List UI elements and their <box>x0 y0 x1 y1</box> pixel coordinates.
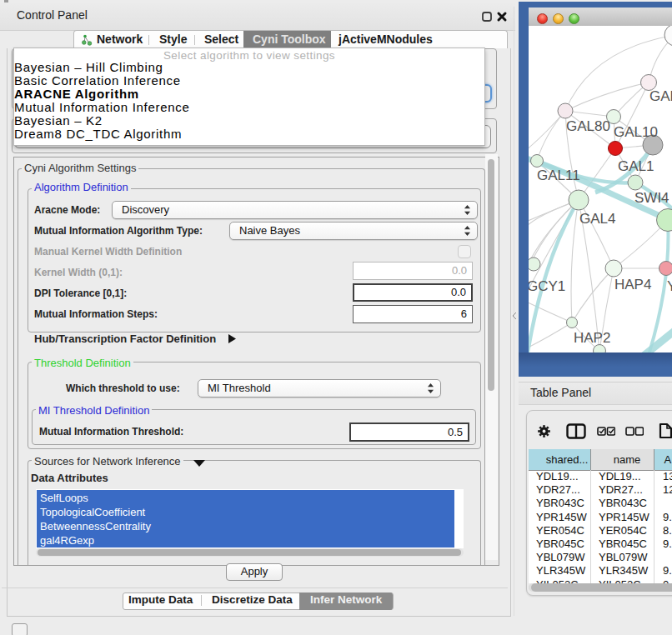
svg-text:HAP4: HAP4 <box>614 277 651 292</box>
svg-text:GAL: GAL <box>649 88 672 104</box>
svg-text:GAL1: GAL1 <box>618 158 654 174</box>
svg-text:GAL80: GAL80 <box>566 118 610 134</box>
svg-text:GAL4: GAL4 <box>579 211 615 227</box>
svg-text:Y: Y <box>667 278 672 294</box>
svg-text:GAL10: GAL10 <box>614 124 658 140</box>
svg-text:HAP2: HAP2 <box>574 330 610 346</box>
svg-text:GCY1: GCY1 <box>529 278 565 294</box>
svg-text:SWI4: SWI4 <box>634 190 669 206</box>
svg-text:GAL11: GAL11 <box>537 168 580 183</box>
